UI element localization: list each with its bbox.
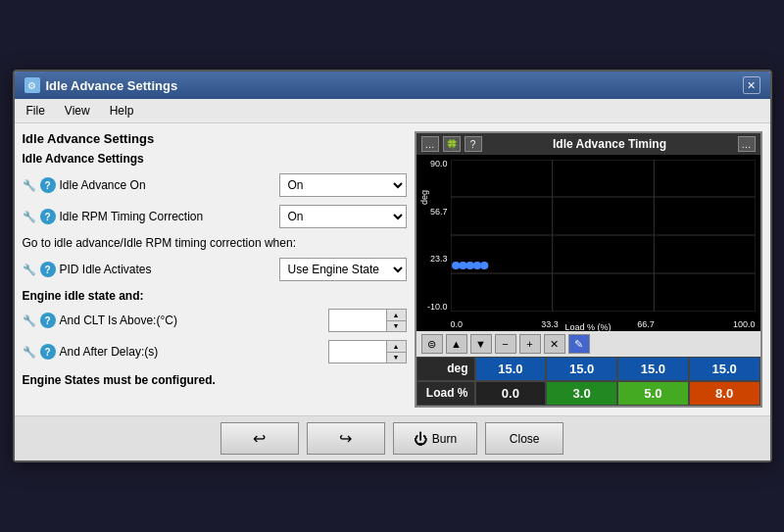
table-header-load: Load % <box>416 381 475 406</box>
tool-btn-plus[interactable]: + <box>519 334 541 354</box>
close-button[interactable]: Close <box>485 422 564 455</box>
clt-spin-buttons: ▲ ▼ <box>386 310 406 331</box>
idle-rpm-label: Idle RPM Timing Correction <box>60 210 204 223</box>
chart-title: Idle Advance Timing <box>482 137 738 151</box>
x-label-2: 33.3 <box>541 319 559 329</box>
chart-expand-btn[interactable]: … <box>738 136 756 152</box>
window-title: Idle Advance Settings <box>46 78 178 93</box>
tool-btn-equal[interactable]: ⊜ <box>421 334 443 354</box>
chart-window: … 🍀 ? Idle Advance Timing … 90.0 56.7 23… <box>415 131 762 408</box>
redo-icon: ↪ <box>339 429 352 448</box>
tool-btn-up[interactable]: ▲ <box>446 334 467 354</box>
delay-row: 🔧 ? And After Delay:(s) 1 ▲ ▼ <box>23 340 407 363</box>
wrench-icon-1: 🔧 <box>23 178 36 192</box>
bottom-bar: ↩ ↪ ⏻ Burn Close <box>15 415 770 460</box>
tool-btn-down[interactable]: ▼ <box>470 334 492 354</box>
menu-help[interactable]: Help <box>106 102 138 120</box>
chart-area: 90.0 56.7 23.3 -10.0 <box>416 155 760 331</box>
idle-rpm-row: 🔧 ? Idle RPM Timing Correction On Off <box>23 205 407 228</box>
table-cell-deg-4[interactable]: 15.0 <box>689 357 760 381</box>
clt-input[interactable]: 1.0 <box>329 310 386 331</box>
svg-point-13 <box>480 262 488 269</box>
window-close-button[interactable]: ✕ <box>743 76 760 94</box>
data-row-deg: deg 15.0 15.0 15.0 15.0 <box>416 357 760 381</box>
y-axis-title: deg <box>419 190 429 205</box>
data-row-load: Load % 0.0 3.0 5.0 8.0 <box>416 381 760 406</box>
delay-label: And After Delay:(s) <box>60 345 159 359</box>
x-label-1: 0.0 <box>451 319 464 329</box>
table-cell-load-1[interactable]: 0.0 <box>475 381 547 406</box>
data-table: deg 15.0 15.0 15.0 15.0 Load % 0.0 3.0 5… <box>416 357 760 406</box>
clt-input-group: 1.0 ▲ ▼ <box>328 309 407 332</box>
pid-idle-label: PID Idle Activates <box>60 263 152 276</box>
section-title: Idle Advance Settings <box>23 152 407 166</box>
burn-button[interactable]: ⏻ Burn <box>393 422 477 455</box>
idle-rpm-select[interactable]: On Off <box>279 205 407 228</box>
table-cell-load-3[interactable]: 5.0 <box>617 381 689 406</box>
svg-point-10 <box>459 262 466 269</box>
menu-file[interactable]: File <box>23 102 49 120</box>
right-panel: … 🍀 ? Idle Advance Timing … 90.0 56.7 23… <box>415 131 762 408</box>
menu-view[interactable]: View <box>61 102 94 120</box>
info-icon-3: ? <box>40 262 56 277</box>
chart-grid <box>451 160 756 312</box>
clt-label: And CLT Is Above:(°C) <box>60 314 177 327</box>
y-label-4: -10.0 <box>427 303 448 312</box>
table-cell-deg-2[interactable]: 15.0 <box>546 357 617 381</box>
chart-help-btn[interactable]: ? <box>465 136 482 152</box>
chart-y-labels: 90.0 56.7 23.3 -10.0 <box>416 160 451 312</box>
idle-advance-on-row: 🔧 ? Idle Advance On On Off <box>23 173 407 197</box>
y-label-3: 23.3 <box>430 255 448 264</box>
go-to-label: Go to idle advance/Idle RPM timing corre… <box>23 236 407 250</box>
svg-point-12 <box>472 262 480 269</box>
table-cell-load-4[interactable]: 8.0 <box>689 381 760 406</box>
delay-spin-down[interactable]: ▼ <box>386 353 406 363</box>
y-label-1: 90.0 <box>430 160 448 169</box>
pid-idle-row: 🔧 ? PID Idle Activates Use Engine State … <box>23 258 407 281</box>
table-cell-deg-1[interactable]: 15.0 <box>475 357 547 381</box>
info-icon-2: ? <box>40 209 56 224</box>
pid-idle-select[interactable]: Use Engine State Always Never <box>279 258 407 281</box>
chart-title-bar: … 🍀 ? Idle Advance Timing … <box>416 133 760 155</box>
clt-spin-up[interactable]: ▲ <box>386 310 406 321</box>
delay-spin-up[interactable]: ▲ <box>386 341 406 353</box>
x-axis-title: Load % (%) <box>564 322 611 332</box>
info-icon-5: ? <box>40 344 56 360</box>
info-icon-1: ? <box>40 177 56 193</box>
undo-button[interactable]: ↩ <box>220 422 299 455</box>
chart-toolbar: ⊜ ▲ ▼ − + ✕ ✎ <box>416 331 760 357</box>
chart-menu-btn[interactable]: … <box>421 136 439 152</box>
wrench-icon-4: 🔧 <box>23 314 36 327</box>
idle-advance-on-label-group: 🔧 ? Idle Advance On <box>23 177 275 193</box>
delay-label-group: 🔧 ? And After Delay:(s) <box>23 344 324 360</box>
pid-idle-label-group: 🔧 ? PID Idle Activates <box>23 262 275 277</box>
burn-label: Burn <box>432 432 457 446</box>
table-cell-deg-3[interactable]: 15.0 <box>617 357 689 381</box>
clt-row: 🔧 ? And CLT Is Above:(°C) 1.0 ▲ ▼ <box>23 309 407 332</box>
idle-advance-on-label: Idle Advance On <box>60 178 146 192</box>
delay-spin-buttons: ▲ ▼ <box>386 341 406 363</box>
main-window: ⚙ Idle Advance Settings ✕ File View Help… <box>13 70 772 462</box>
chart-title-left: … 🍀 ? <box>421 136 482 152</box>
svg-point-11 <box>466 262 473 269</box>
wrench-icon-3: 🔧 <box>23 263 36 276</box>
delay-input[interactable]: 1 <box>329 341 386 363</box>
tool-btn-minus[interactable]: − <box>495 334 516 354</box>
idle-rpm-label-group: 🔧 ? Idle RPM Timing Correction <box>23 209 275 224</box>
main-section-title: Idle Advance Settings <box>23 131 407 146</box>
idle-advance-on-select[interactable]: On Off <box>279 173 407 197</box>
wrench-icon-2: 🔧 <box>23 210 36 223</box>
tool-btn-pencil[interactable]: ✎ <box>568 334 590 354</box>
chart-icon-btn[interactable]: 🍀 <box>443 136 461 152</box>
x-label-3: 66.7 <box>637 319 655 329</box>
info-icon-4: ? <box>40 313 56 328</box>
tool-btn-close[interactable]: ✕ <box>544 334 565 354</box>
redo-button[interactable]: ↪ <box>307 422 385 455</box>
title-bar-left: ⚙ Idle Advance Settings <box>24 77 178 93</box>
table-cell-load-2[interactable]: 3.0 <box>546 381 617 406</box>
menu-bar: File View Help <box>15 99 770 123</box>
clt-spin-down[interactable]: ▼ <box>386 321 406 332</box>
engine-note: Engine States must be configured. <box>23 373 407 387</box>
y-label-2: 56.7 <box>430 208 448 217</box>
wrench-icon-5: 🔧 <box>23 345 36 359</box>
